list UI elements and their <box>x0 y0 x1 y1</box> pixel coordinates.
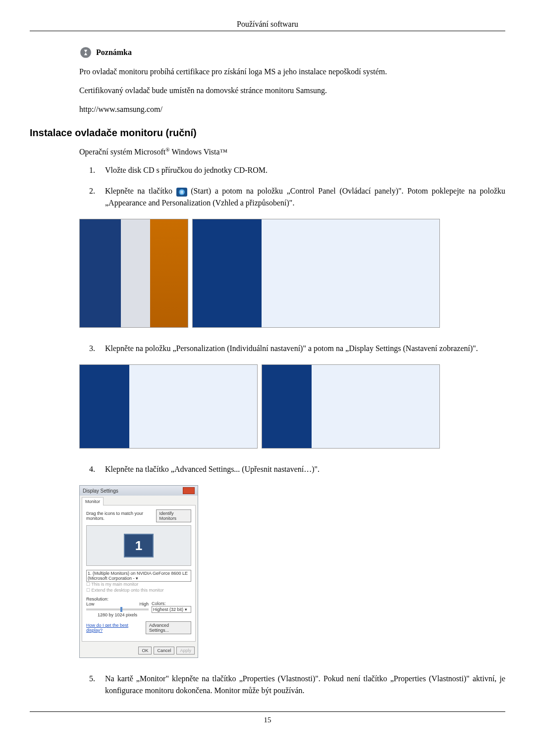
slider-high: High <box>139 602 149 606</box>
step-2-num: 2. <box>89 185 105 209</box>
note-icon <box>79 46 92 59</box>
res-colors-row: Resolution: Low High 1280 by 1024 pixels… <box>86 597 191 617</box>
reg-mark: ® <box>165 147 170 152</box>
step-3-num: 3. <box>89 343 105 354</box>
dialog-titlebar: Display Settings <box>80 486 198 496</box>
monitor-preview: 1 <box>86 525 191 566</box>
ok-button[interactable]: OK <box>138 647 152 655</box>
control-panel-screenshot <box>192 219 440 328</box>
resolution-block: Resolution: Low High 1280 by 1024 pixels <box>86 597 149 617</box>
help-adv-row: How do I get the best display? Advanced … <box>86 621 191 634</box>
colors-block: Colors: Highest (32 bit) ▾ <box>152 601 191 613</box>
start-orb-icon <box>176 188 187 197</box>
close-icon[interactable] <box>183 487 195 494</box>
monitor-tab[interactable]: Monitor <box>82 497 104 505</box>
personalization-screenshot-1 <box>79 364 258 449</box>
intro-pre: Operační systém Microsoft <box>79 148 165 156</box>
colors-label: Colors: <box>152 601 191 606</box>
step-5-num: 5. <box>89 673 105 697</box>
step-2-a: Klepněte na tlačítko <box>105 187 176 195</box>
note-header: Poznámka <box>79 46 505 59</box>
section-heading: Instalace ovladače monitoru (ruční) <box>30 127 505 139</box>
resolution-value: 1280 by 1024 pixels <box>86 612 149 617</box>
note-p1: Pro ovladač monitoru probíhá certifikace… <box>79 66 505 78</box>
note-p2: Certifikovaný ovladač bude umístěn na do… <box>79 85 505 97</box>
note-url: http://www.samsung.com/ <box>79 103 505 115</box>
intro-mid: Windows Vista <box>170 148 220 156</box>
display-settings-dialog: Display Settings Monitor Drag the icons … <box>79 485 198 658</box>
dialog-title: Display Settings <box>83 488 118 494</box>
dialog-body: Drag the icons to match your monitors. I… <box>82 505 196 642</box>
colors-select[interactable]: Highest (32 bit) ▾ <box>152 606 191 613</box>
note-body: Pro ovladač monitoru probíhá certifikace… <box>79 66 505 115</box>
os-intro: Operační systém Microsoft® Windows Vista… <box>79 147 505 156</box>
display-settings-screenshot: Display Settings Monitor Drag the icons … <box>79 485 505 658</box>
slider-low: Low <box>86 602 95 606</box>
step-5: 5. Na kartě „Monitor" klepněte na tlačít… <box>89 673 505 697</box>
step-1-text: Vložte disk CD s příručkou do jednotky C… <box>105 164 505 176</box>
extend-desktop-checkbox: ☐ Extend the desktop onto this monitor <box>86 588 191 593</box>
tm-mark: ™ <box>220 148 228 156</box>
note-label: Poznámka <box>96 48 132 57</box>
step-1: 1. Vložte disk CD s příručkou do jednotk… <box>89 164 505 176</box>
step-2: 2. Klepněte na tlačítko (Start) a potom … <box>89 185 505 209</box>
monitor-selector[interactable]: 1. (Multiple Monitors) on NVIDIA GeForce… <box>86 570 191 582</box>
identify-monitors-button[interactable]: Identify Monitors <box>156 509 191 522</box>
dialog-footer: OK Cancel Apply <box>80 644 198 657</box>
step-4: 4. Klepněte na tlačítko „Advanced Settin… <box>89 463 505 475</box>
screenshot-row-1 <box>79 219 505 328</box>
slider-thumb-icon[interactable] <box>120 607 122 612</box>
cancel-button[interactable]: Cancel <box>154 647 174 655</box>
step-1-num: 1. <box>89 164 105 176</box>
start-menu-screenshot <box>79 219 188 328</box>
advanced-settings-button[interactable]: Advanced Settings... <box>146 621 191 634</box>
personalization-screenshot-2 <box>262 364 440 449</box>
steps-list: 1. Vložte disk CD s příručkou do jednotk… <box>89 164 505 209</box>
page-number: 15 <box>30 716 505 724</box>
drag-text: Drag the icons to match your monitors. <box>86 511 153 521</box>
apply-button: Apply <box>176 647 195 655</box>
step-4-text: Klepněte na tlačítko „Advanced Settings.… <box>105 463 505 475</box>
note-block: Poznámka Pro ovladač monitoru probíhá ce… <box>79 46 505 115</box>
step-3: 3. Klepněte na položku „Personalization … <box>89 343 505 354</box>
footer-rule <box>30 711 505 712</box>
step-2-text: Klepněte na tlačítko (Start) a potom na … <box>105 185 505 209</box>
drag-row: Drag the icons to match your monitors. I… <box>86 509 191 522</box>
page-header-title: Používání softwaru <box>30 20 505 29</box>
steps-list-3: 3. Klepněte na položku „Personalization … <box>89 343 505 354</box>
steps-list-5: 5. Na kartě „Monitor" klepněte na tlačít… <box>89 673 505 697</box>
header-rule <box>30 31 505 31</box>
monitor-icon[interactable]: 1 <box>124 534 154 557</box>
step-3-text: Klepněte na položku „Personalization (In… <box>105 343 505 354</box>
main-monitor-checkbox: ☐ This is my main monitor <box>86 582 191 587</box>
svg-point-0 <box>80 47 91 58</box>
help-link[interactable]: How do I get the best display? <box>86 623 143 633</box>
resolution-slider[interactable] <box>86 608 149 610</box>
resolution-label: Resolution: <box>86 597 149 602</box>
screenshot-row-2 <box>79 364 505 449</box>
slider-labels: Low High <box>86 602 149 606</box>
steps-list-4: 4. Klepněte na tlačítko „Advanced Settin… <box>89 463 505 475</box>
step-5-text: Na kartě „Monitor" klepněte na tlačítko … <box>105 673 505 697</box>
step-4-num: 4. <box>89 463 105 475</box>
